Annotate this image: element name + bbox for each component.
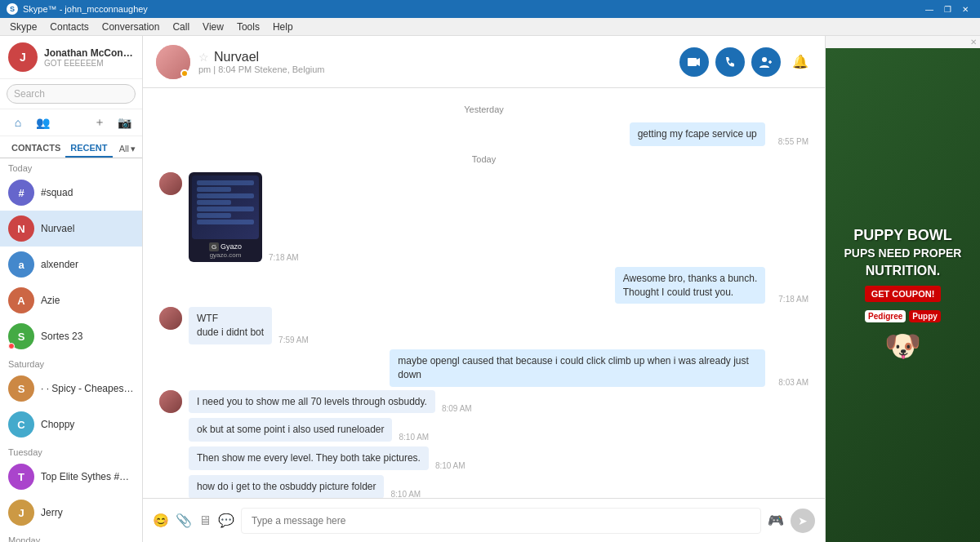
message-row: 8:55 PM getting my fcape service up bbox=[159, 122, 808, 146]
menu-skype[interactable]: Skype bbox=[3, 20, 43, 34]
notification-icon[interactable]: 🔔 bbox=[789, 51, 812, 73]
star-icon[interactable]: ☆ bbox=[198, 51, 209, 64]
section-tuesday: Tuesday bbox=[0, 442, 142, 459]
menu-view[interactable]: View bbox=[196, 20, 230, 34]
sidebar-tabs: CONTACTS RECENT All ▾ bbox=[0, 136, 142, 158]
tab-recent[interactable]: RECENT bbox=[65, 140, 112, 158]
status-indicator bbox=[180, 69, 189, 78]
svg-rect-0 bbox=[688, 58, 697, 66]
message-row: Then show me every level. They both take… bbox=[159, 446, 808, 470]
sidebar-icons: ⌂ 👥 ＋ 📷 bbox=[0, 109, 142, 136]
ad-dog-image: 🐶 bbox=[884, 329, 921, 363]
list-item[interactable]: # #squad bbox=[0, 175, 142, 211]
ad-coupon-button[interactable]: GET COUPON! bbox=[865, 286, 942, 302]
gyazo-label: G Gyazo bbox=[209, 242, 242, 251]
voice-call-button[interactable] bbox=[715, 47, 745, 77]
list-item[interactable]: a alxender bbox=[0, 247, 142, 282]
avatar: N bbox=[8, 215, 34, 242]
titlebar: S Skype™ - john_mcconnaughey — ❐ ✕ bbox=[0, 0, 980, 18]
message-time: 8:10 AM bbox=[399, 433, 429, 442]
contact-name: Nurvael bbox=[41, 223, 134, 234]
contacts-icon[interactable]: 👥 bbox=[31, 113, 54, 132]
emoji-icon[interactable]: 😊 bbox=[153, 513, 169, 528]
image-message[interactable]: G Gyazo gyazo.com bbox=[189, 172, 262, 262]
contact-name: #squad bbox=[41, 187, 134, 198]
avatar: J bbox=[8, 500, 34, 526]
message-time: 8:10 AM bbox=[435, 461, 466, 470]
ad-brand: Pedigree Puppy bbox=[865, 310, 941, 322]
avatar: J bbox=[8, 42, 38, 72]
menu-call[interactable]: Call bbox=[166, 20, 196, 34]
list-item[interactable]: A Azie bbox=[0, 282, 142, 318]
screen-share-icon[interactable]: 🖥 bbox=[198, 513, 212, 528]
message-row: 7:18 AM Awesome bro, thanks a bunch.Thou… bbox=[159, 267, 808, 304]
main-content: J Jonathan McConnaughey GOT EEEEEEM ⌂ 👥 … bbox=[0, 36, 980, 542]
list-item[interactable]: C Choppy bbox=[0, 406, 142, 442]
avatar: S bbox=[8, 375, 34, 402]
gyazo-url: gyazo.com bbox=[210, 251, 242, 259]
message-time: 7:18 AM bbox=[778, 295, 808, 304]
sidebar-profile[interactable]: J Jonathan McConnaughey GOT EEEEEEM bbox=[0, 36, 142, 79]
sms-icon[interactable]: 💬 bbox=[218, 513, 234, 528]
list-item[interactable]: J Jerry bbox=[0, 495, 142, 531]
message-row: 8:03 AM maybe opengl caused that because… bbox=[159, 349, 808, 387]
message-row: how do i get to the osbuddy picture fold… bbox=[159, 475, 808, 498]
list-item[interactable]: T Top Elite Sythes #1 Agility Trai... bbox=[0, 459, 142, 495]
list-item[interactable]: S Sortes 23 bbox=[0, 318, 142, 354]
ad-close[interactable]: ✕ bbox=[826, 36, 980, 48]
add-contact-icon[interactable]: ＋ bbox=[88, 113, 111, 132]
titlebar-left: S Skype™ - john_mcconnaughey bbox=[7, 3, 148, 15]
send-button[interactable]: ➤ bbox=[791, 509, 815, 533]
message-bubble: maybe opengl caused that because i could… bbox=[390, 349, 765, 387]
menu-conversation[interactable]: Conversation bbox=[96, 20, 167, 34]
video-icon[interactable]: 📷 bbox=[113, 113, 136, 132]
ad-content[interactable]: PUPPY BOWLPUPS NEED PROPERNUTRITION. GET… bbox=[826, 48, 980, 542]
avatar: # bbox=[8, 180, 34, 206]
search-input[interactable] bbox=[7, 84, 136, 104]
attach-icon[interactable]: 📎 bbox=[176, 513, 192, 528]
list-item[interactable]: S · · Spicy - Cheapest RS3/07 G... bbox=[0, 371, 142, 406]
message-row: I need you to show me all 70 levels thro… bbox=[159, 390, 808, 414]
ad-headline: PUPPY BOWLPUPS NEED PROPERNUTRITION. bbox=[844, 227, 962, 280]
titlebar-title: Skype™ - john_mcconnaughey bbox=[23, 4, 148, 14]
minimize-button[interactable]: — bbox=[921, 2, 938, 16]
menu-help[interactable]: Help bbox=[266, 20, 300, 34]
message-row: WTFdude i didnt bot 7:59 AM bbox=[159, 307, 808, 344]
message-row: G Gyazo gyazo.com 7:18 AM bbox=[159, 172, 808, 262]
date-separator: Yesterday bbox=[159, 104, 808, 114]
close-button[interactable]: ✕ bbox=[957, 2, 973, 16]
contact-name: Choppy bbox=[41, 419, 134, 430]
chat-messages: Yesterday 8:55 PM getting my fcape servi… bbox=[143, 88, 825, 498]
search-box bbox=[0, 79, 142, 109]
tab-more[interactable]: All ▾ bbox=[119, 144, 136, 154]
avatar: a bbox=[8, 251, 34, 278]
message-time: 8:03 AM bbox=[778, 378, 808, 387]
message-bubble: WTFdude i didnt bot bbox=[189, 307, 272, 344]
gif-icon[interactable]: 🎮 bbox=[768, 513, 784, 528]
menu-tools[interactable]: Tools bbox=[230, 20, 266, 34]
sidebar-list: Today # #squad N Nurvael a alxender A Az… bbox=[0, 158, 142, 542]
chat-info: ☆ Nurvael pm | 8:04 PM Stekene, Belgium bbox=[198, 50, 671, 74]
list-item[interactable]: N Nurvael bbox=[0, 211, 142, 247]
chat-contact-avatar bbox=[156, 45, 190, 79]
ad-panel: ✕ PUPPY BOWLPUPS NEED PROPERNUTRITION. G… bbox=[825, 36, 980, 542]
message-bubble: Awesome bro, thanks a bunch.Thought I co… bbox=[615, 267, 766, 304]
menubar: Skype Contacts Conversation Call View To… bbox=[0, 18, 980, 36]
section-saturday: Saturday bbox=[0, 354, 142, 371]
message-time: 8:10 AM bbox=[390, 490, 421, 498]
skype-logo-icon: S bbox=[7, 3, 18, 15]
chat-header: ☆ Nurvael pm | 8:04 PM Stekene, Belgium … bbox=[143, 36, 825, 88]
profile-info: Jonathan McConnaughey GOT EEEEEEM bbox=[44, 47, 134, 68]
chat-area: ☆ Nurvael pm | 8:04 PM Stekene, Belgium … bbox=[143, 36, 825, 542]
tab-contacts[interactable]: CONTACTS bbox=[7, 140, 65, 158]
menu-contacts[interactable]: Contacts bbox=[43, 20, 95, 34]
message-input[interactable] bbox=[241, 508, 761, 534]
restore-button[interactable]: ❐ bbox=[939, 2, 956, 16]
video-call-button[interactable] bbox=[679, 47, 709, 77]
contact-name: · · Spicy - Cheapest RS3/07 G... bbox=[41, 383, 134, 394]
home-icon[interactable]: ⌂ bbox=[7, 113, 29, 132]
add-profile-button[interactable] bbox=[751, 47, 781, 77]
message-row: ok but at some point i also used runeloa… bbox=[159, 418, 808, 442]
message-avatar bbox=[159, 307, 182, 330]
svg-point-2 bbox=[762, 57, 767, 62]
